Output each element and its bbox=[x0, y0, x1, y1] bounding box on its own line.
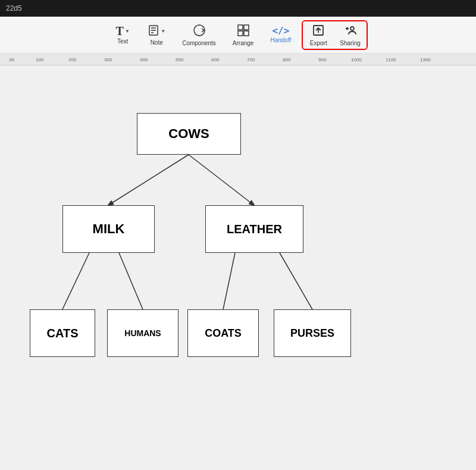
export-icon bbox=[312, 24, 325, 39]
text-tool[interactable]: T ▼ Text bbox=[108, 23, 137, 47]
ruler-tick: 200 bbox=[68, 57, 76, 62]
ruler-tick: 600 bbox=[211, 57, 219, 62]
node-purses[interactable]: PURSES bbox=[274, 309, 351, 357]
note-arrow: ▼ bbox=[161, 29, 165, 34]
components-tool[interactable]: Components bbox=[176, 21, 222, 49]
ruler-tick: 1300 bbox=[420, 57, 431, 62]
sharing-label: Sharing bbox=[340, 40, 360, 46]
node-cats[interactable]: CATS bbox=[30, 309, 95, 357]
export-sharing-group: Export Sharing bbox=[302, 20, 367, 50]
arrange-label: Arrange bbox=[233, 40, 254, 46]
svg-line-13 bbox=[108, 155, 189, 205]
ruler-tick: 1000 bbox=[351, 57, 362, 62]
components-icon bbox=[193, 24, 206, 39]
ruler-tick: 1100 bbox=[386, 57, 396, 62]
note-icon bbox=[148, 24, 159, 38]
handoff-icon: </> bbox=[272, 26, 289, 36]
toolbar: T ▼ Text ▼ Note bbox=[0, 17, 476, 54]
ruler-tick: 500 bbox=[176, 57, 183, 62]
ruler-tick: 300 bbox=[104, 57, 112, 62]
ruler: 30 100 200 300 400 500 600 700 800 900 1… bbox=[0, 54, 476, 65]
text-label: Text bbox=[117, 38, 128, 45]
svg-line-14 bbox=[189, 155, 254, 205]
sharing-tool[interactable]: Sharing bbox=[334, 21, 366, 49]
canvas[interactable]: COWS MILK LEATHER CATS HUMANS COATS PURS… bbox=[0, 65, 476, 470]
svg-line-16 bbox=[119, 253, 143, 309]
title-text: 22d5 bbox=[6, 4, 22, 12]
export-label: Export bbox=[310, 40, 327, 46]
svg-line-17 bbox=[223, 253, 235, 309]
components-label: Components bbox=[182, 40, 216, 46]
note-label: Note bbox=[151, 39, 163, 46]
ruler-tick: 700 bbox=[247, 57, 255, 62]
arrange-icon bbox=[237, 24, 250, 39]
node-humans[interactable]: HUMANS bbox=[107, 309, 178, 357]
node-coats[interactable]: COATS bbox=[187, 309, 259, 357]
sharing-icon bbox=[344, 24, 357, 39]
ruler-tick: 400 bbox=[140, 57, 148, 62]
svg-line-18 bbox=[280, 253, 312, 309]
svg-rect-5 bbox=[244, 25, 249, 30]
node-leather[interactable]: LEATHER bbox=[205, 205, 303, 253]
ruler-tick: 30 bbox=[9, 57, 14, 62]
handoff-tool[interactable]: </> Handoff bbox=[264, 24, 297, 46]
node-cows[interactable]: COWS bbox=[137, 113, 241, 155]
svg-line-15 bbox=[62, 253, 89, 309]
svg-rect-4 bbox=[238, 25, 243, 30]
titlebar: 22d5 bbox=[0, 0, 476, 17]
ruler-tick: 800 bbox=[283, 57, 290, 62]
text-icon: T bbox=[116, 25, 124, 37]
svg-rect-6 bbox=[238, 31, 243, 36]
svg-rect-7 bbox=[244, 31, 249, 36]
node-milk[interactable]: MILK bbox=[62, 205, 155, 253]
diagram: COWS MILK LEATHER CATS HUMANS COATS PURS… bbox=[30, 95, 434, 428]
export-tool[interactable]: Export bbox=[303, 21, 334, 49]
text-arrow: ▼ bbox=[125, 29, 130, 34]
note-tool[interactable]: ▼ Note bbox=[142, 22, 171, 48]
handoff-label: Handoff bbox=[270, 37, 291, 43]
arrange-tool[interactable]: Arrange bbox=[227, 21, 260, 49]
ruler-tick: 100 bbox=[36, 57, 43, 62]
svg-point-10 bbox=[350, 27, 354, 30]
ruler-tick: 900 bbox=[318, 57, 326, 62]
